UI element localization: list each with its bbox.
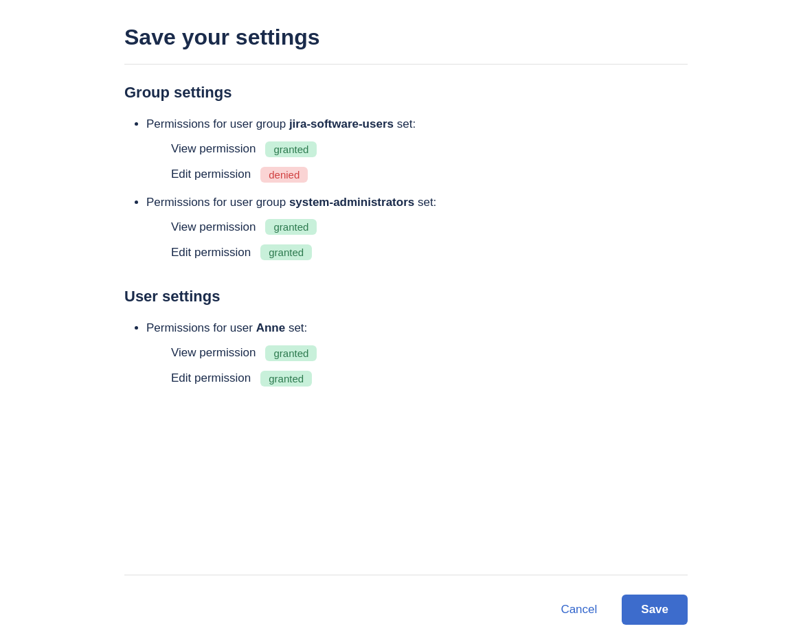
permission-name: Edit permission [171, 168, 251, 181]
permission-badge: granted [260, 244, 312, 260]
permission-list: View permissiongrantedEdit permissionden… [146, 141, 688, 183]
permission-badge: granted [265, 345, 317, 361]
permission-name: View permission [171, 346, 256, 360]
group-item-label: Permissions for user group jira-software… [146, 117, 416, 130]
permission-name: View permission [171, 220, 256, 234]
section-user-settings: User settingsPermissions for user Anne s… [124, 288, 688, 387]
permission-name: View permission [171, 142, 256, 156]
permission-name: Edit permission [171, 371, 251, 385]
permission-list: View permissiongrantedEdit permissiongra… [146, 345, 688, 387]
permission-badge: granted [260, 371, 312, 387]
group-item: Permissions for user group jira-software… [146, 115, 688, 183]
permission-item: View permissiongranted [171, 219, 688, 235]
group-item-label: Permissions for user group system-admini… [146, 196, 436, 209]
dialog-footer: Cancel Save [124, 575, 688, 644]
permission-badge: granted [265, 219, 317, 235]
permission-item: View permissiongranted [171, 345, 688, 361]
section-title-user-settings: User settings [124, 288, 688, 306]
dialog-body: Group settingsPermissions for user group… [124, 65, 688, 575]
permission-item: Edit permissiongranted [171, 371, 688, 387]
permission-badge: granted [265, 141, 317, 157]
permission-name: Edit permission [171, 246, 251, 260]
section-title-group-settings: Group settings [124, 84, 688, 102]
group-item-label: Permissions for user Anne set: [146, 321, 307, 334]
cancel-button[interactable]: Cancel [547, 596, 611, 623]
permission-badge: denied [260, 167, 308, 183]
dialog-header: Save your settings [124, 0, 688, 65]
permission-item: View permissiongranted [171, 141, 688, 157]
group-list: Permissions for user Anne set:View permi… [124, 319, 688, 387]
permission-item: Edit permissiondenied [171, 167, 688, 183]
permission-list: View permissiongrantedEdit permissiongra… [146, 219, 688, 260]
group-item: Permissions for user Anne set:View permi… [146, 319, 688, 387]
section-group-settings: Group settingsPermissions for user group… [124, 84, 688, 260]
group-list: Permissions for user group jira-software… [124, 115, 688, 260]
save-button[interactable]: Save [622, 595, 688, 625]
permission-item: Edit permissiongranted [171, 244, 688, 260]
dialog-container: Save your settings Group settingsPermiss… [97, 0, 715, 644]
group-item: Permissions for user group system-admini… [146, 194, 688, 261]
dialog-title: Save your settings [124, 25, 688, 50]
